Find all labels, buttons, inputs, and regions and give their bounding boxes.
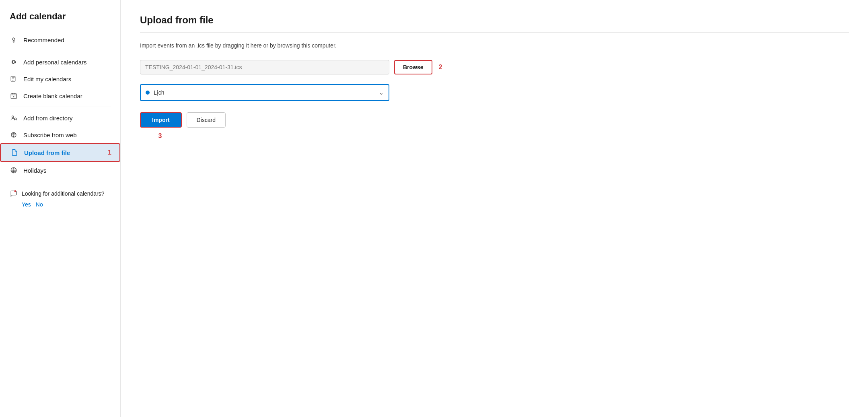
sidebar-item-holidays[interactable]: Holidays [0,162,120,179]
sidebar: Add calendar Recommended Add personal ca… [0,0,121,417]
calendar-dropdown-name: Lịch [154,89,375,96]
chat-globe-icon [10,131,18,138]
upload-file-badge: 1 [108,149,111,156]
no-link[interactable]: No [36,201,43,208]
import-badge: 3 [140,132,180,140]
sidebar-item-recommended[interactable]: Recommended [0,31,120,48]
person-search-icon [10,114,18,122]
sidebar-item-add-directory-label: Add from directory [23,115,73,122]
file-path-input[interactable] [140,60,389,74]
sidebar-item-add-directory[interactable]: Add from directory [0,109,120,126]
browse-button[interactable]: Browse [394,60,432,74]
sidebar-additional-section: Looking for additional calendars? Yes No [0,187,120,208]
sidebar-item-add-personal-label: Add personal calendars [23,59,87,66]
sidebar-item-recommended-label: Recommended [23,37,64,43]
sidebar-item-add-personal[interactable]: Add personal calendars [0,54,120,70]
lightbulb-icon [10,36,18,43]
edit-icon [10,75,18,83]
upload-description: Import events from an .ics file by dragg… [140,42,849,49]
sidebar-item-create-blank-label: Create blank calendar [23,93,82,99]
main-content: Upload from file Import events from an .… [121,0,868,417]
file-input-row: Browse 2 [140,60,849,74]
sidebar-item-edit-calendars[interactable]: Edit my calendars [0,70,120,87]
divider-2 [10,107,111,107]
buttons-row: Import Discard [140,112,226,128]
discard-button[interactable]: Discard [187,112,226,128]
svg-point-8 [14,190,16,192]
svg-point-0 [12,38,15,41]
additional-calendars-links: Yes No [10,201,111,208]
yes-link[interactable]: Yes [22,201,31,208]
sidebar-item-upload-file[interactable]: Upload from file 1 [0,143,120,162]
sidebar-title: Add calendar [0,11,120,31]
at-icon [10,58,18,66]
page-title: Upload from file [140,14,849,33]
calendar-plus-icon [10,92,18,99]
svg-point-4 [12,116,14,118]
chevron-down-icon: ⌄ [379,89,384,96]
chat-notification-icon [10,190,18,197]
calendar-dot [146,91,150,95]
browse-badge: 2 [439,64,442,71]
sidebar-item-subscribe-web-label: Subscribe from web [23,132,77,138]
sidebar-item-upload-file-label: Upload from file [24,149,70,156]
sidebar-item-edit-calendars-label: Edit my calendars [23,76,71,83]
sidebar-item-subscribe-web[interactable]: Subscribe from web [0,126,120,143]
file-upload-icon [10,149,19,156]
divider-1 [10,51,111,51]
sidebar-item-create-blank[interactable]: Create blank calendar [0,87,120,104]
svg-point-5 [14,118,16,120]
sidebar-item-holidays-label: Holidays [23,167,47,174]
additional-calendars-text: Looking for additional calendars? [22,190,104,198]
action-buttons-section: Import Discard 3 [140,112,849,140]
import-button[interactable]: Import [140,112,182,128]
globe-icon [10,167,18,174]
calendar-dropdown[interactable]: Lịch ⌄ [140,84,389,101]
